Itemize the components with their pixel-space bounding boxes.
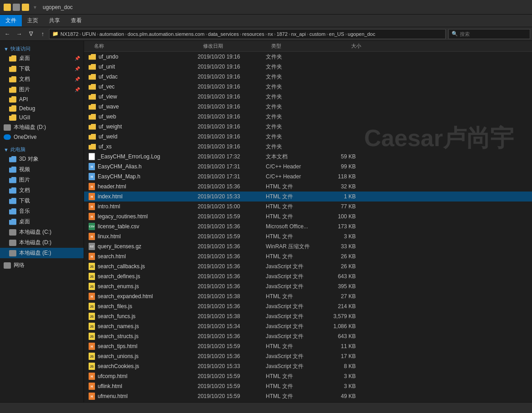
title-icons	[4, 4, 29, 11]
table-row[interactable]: uf_unit 2019/10/20 19:16 文件夹	[84, 62, 532, 72]
table-row[interactable]: H legacy_routines.html 2019/10/20 15:59 …	[84, 211, 532, 221]
addr-automation[interactable]: automation	[99, 31, 124, 37]
sidebar-item-desktop[interactable]: 桌面 📌	[0, 53, 84, 64]
table-row[interactable]: uf_vec 2019/10/20 19:16 文件夹	[84, 82, 532, 92]
table-row[interactable]: H search_tips.html 2019/10/20 15:59 HTML…	[84, 341, 532, 351]
sidebar-item-driveC[interactable]: 本地磁盘 (C:)	[0, 227, 84, 237]
sidebar-item-documents2[interactable]: 文档	[0, 185, 84, 196]
sidebar-item-desktop2[interactable]: 桌面	[0, 216, 84, 227]
file-name: uf_undo	[99, 54, 118, 60]
sidebar-item-onedrive[interactable]: OneDrive	[0, 133, 84, 142]
cell-type: 文件夹	[263, 133, 322, 141]
table-row[interactable]: H EasyCHM_Map.h 2019/10/20 17:31 C/C++ H…	[84, 172, 532, 182]
html-icon: H	[89, 213, 95, 220]
table-row[interactable]: H search.html 2019/10/20 15:36 HTML 文件 2…	[84, 251, 532, 261]
table-row[interactable]: CSV license_table.csv 2019/10/20 15:36 M…	[84, 221, 532, 231]
col-header-size[interactable]: 大小	[328, 41, 364, 51]
addr-nx1872[interactable]: NX1872	[60, 31, 79, 37]
col-header-name[interactable]: 名称	[91, 41, 200, 51]
menu-view[interactable]: 查看	[65, 15, 87, 26]
sidebar-item-debug[interactable]: Debug	[0, 104, 84, 113]
menu-file[interactable]: 文件	[0, 15, 22, 26]
sidebar-item-downloads2[interactable]: 下载	[0, 196, 84, 206]
table-row[interactable]: JS search_files.js 2019/10/20 15:36 Java…	[84, 301, 532, 311]
addr-nx[interactable]: nx	[268, 31, 273, 37]
table-row[interactable]: uf_view 2019/10/20 19:16 文件夹	[84, 92, 532, 102]
table-row[interactable]: _EasyCHM_ErrorLog.Log 2019/10/20 17:32 文…	[84, 152, 532, 162]
addr-en-us[interactable]: en_US	[329, 31, 344, 37]
table-row[interactable]: H search_expanded.html 2019/10/20 15:38 …	[84, 291, 532, 301]
search-input[interactable]	[460, 31, 527, 37]
addr-ugopen-doc[interactable]: ugopen_doc	[348, 31, 375, 37]
table-row[interactable]: JS searchCookies.js 2019/10/20 15:33 Jav…	[84, 361, 532, 371]
table-row[interactable]: JS search_funcs.js 2019/10/20 15:38 Java…	[84, 311, 532, 321]
cell-date: 2019/10/20 15:36	[195, 353, 263, 359]
table-row[interactable]: JS search_defines.js 2019/10/20 15:36 Ja…	[84, 271, 532, 281]
table-row[interactable]: JS search_callbacks.js 2019/10/20 15:36 …	[84, 261, 532, 271]
table-row[interactable]: H ufmenu.html 2019/10/20 15:59 HTML 文件 4…	[84, 391, 532, 401]
sidebar-item-pictures[interactable]: 图片 📌	[0, 84, 84, 95]
table-row[interactable]: JS search_names.js 2019/10/20 15:34 Java…	[84, 321, 532, 331]
file-name: search_unions.js	[98, 353, 139, 359]
col-header-type[interactable]: 类型	[268, 41, 328, 51]
table-row[interactable]: JS search_enums.js 2019/10/20 15:36 Java…	[84, 281, 532, 291]
addr-docs[interactable]: docs.plm.automation.siemens.com	[128, 31, 204, 37]
addr-custom[interactable]: custom	[309, 31, 325, 37]
cell-type: 文本文档	[263, 153, 322, 161]
sidebar-item-3d[interactable]: 3D 对象	[0, 154, 84, 164]
addr-resources[interactable]: resources	[242, 31, 264, 37]
sidebar-item-music[interactable]: 音乐	[0, 206, 84, 216]
drive-icon	[4, 124, 11, 131]
this-pc-header[interactable]: ▼ 此电脑	[0, 143, 84, 154]
sidebar-item-driveD[interactable]: 本地磁盘 (D:)	[0, 237, 84, 248]
menu-home[interactable]: 主页	[22, 15, 44, 26]
addr-ufun[interactable]: UFUN	[82, 31, 96, 37]
table-row[interactable]: uf_vdac 2019/10/20 19:16 文件夹	[84, 72, 532, 82]
table-row[interactable]: uf_xs 2019/10/20 19:16 文件夹	[84, 142, 532, 152]
addr-1872[interactable]: 1872	[277, 31, 288, 37]
cell-date: 2019/10/20 19:16	[195, 103, 263, 110]
h-icon: H	[89, 173, 95, 180]
table-row[interactable]: JS search_structs.js 2019/10/20 15:36 Ja…	[84, 331, 532, 341]
forward-button[interactable]: →	[14, 29, 25, 39]
table-row[interactable]: GZ query_licenses.gz 2019/10/20 15:36 Wi…	[84, 241, 532, 251]
back-button[interactable]: ←	[2, 29, 13, 39]
table-row[interactable]: H header.html 2019/10/20 15:36 HTML 文件 3…	[84, 182, 532, 192]
table-row[interactable]: uf_undo 2019/10/20 19:16 文件夹	[84, 52, 532, 62]
sidebar-item-ugii[interactable]: UGII	[0, 113, 84, 122]
sidebar-item-network[interactable]: 网络	[0, 260, 84, 270]
table-row[interactable]: H EasyCHM_Alias.h 2019/10/20 17:31 C/C++…	[84, 162, 532, 172]
menu-share[interactable]: 共享	[44, 15, 65, 26]
js-icon: JS	[89, 353, 95, 360]
table-row[interactable]: uf_wave 2019/10/20 19:16 文件夹	[84, 102, 532, 112]
cell-date: 2019/10/20 15:59	[195, 213, 263, 220]
table-row[interactable]: H linux.html 2019/10/20 15:59 HTML 文件 3 …	[84, 231, 532, 241]
col-header-date[interactable]: 修改日期	[200, 41, 268, 51]
sidebar-item-api[interactable]: API	[0, 95, 84, 104]
sidebar-item-video[interactable]: 视频	[0, 164, 84, 175]
table-row[interactable]: H ufcomp.html 2019/10/20 15:59 HTML 文件 3…	[84, 371, 532, 381]
sidebar-item-documents[interactable]: 文档 📌	[0, 74, 84, 84]
table-row[interactable]: H uflink.html 2019/10/20 15:59 HTML 文件 3…	[84, 381, 532, 391]
table-row[interactable]: uf_weld 2019/10/20 19:16 文件夹	[84, 132, 532, 142]
table-row[interactable]: H intro.html 2019/10/20 15:00 HTML 文件 77…	[84, 202, 532, 211]
sidebar-item-driveE[interactable]: 本地磁盘 (E:)	[0, 248, 84, 258]
sidebar-item-driveD-quick[interactable]: 本地磁盘 (D:)	[0, 122, 84, 133]
table-row[interactable]: H index.html 2019/10/20 15:33 HTML 文件 1 …	[84, 192, 532, 202]
table-row[interactable]: uf_weight 2019/10/20 19:16 文件夹	[84, 122, 532, 132]
table-row[interactable]: uf_web 2019/10/20 19:16 文件夹	[84, 112, 532, 122]
cell-name: uf_web	[86, 113, 195, 120]
addr-data-services[interactable]: data_services	[208, 31, 239, 37]
quick-access-header[interactable]: ▼ 快速访问	[0, 43, 84, 53]
file-name: search_callbacks.js	[98, 263, 145, 270]
csv-icon: CSV	[89, 223, 95, 230]
sidebar-item-pictures2[interactable]: 图片	[0, 175, 84, 185]
folder-icon	[9, 114, 16, 121]
address-bar[interactable]: 📁 NX1872 › UFUN › automation › docs.plm.…	[49, 29, 446, 39]
recent-button[interactable]: ∇	[25, 29, 36, 39]
sidebar-item-downloads[interactable]: 下载 📌	[0, 64, 84, 74]
cell-type: JavaScript 文件	[263, 333, 322, 340]
up-button[interactable]: ↑	[37, 29, 48, 39]
addr-nx-api[interactable]: nx_api	[291, 31, 306, 37]
table-row[interactable]: JS search_unions.js 2019/10/20 15:36 Jav…	[84, 351, 532, 361]
